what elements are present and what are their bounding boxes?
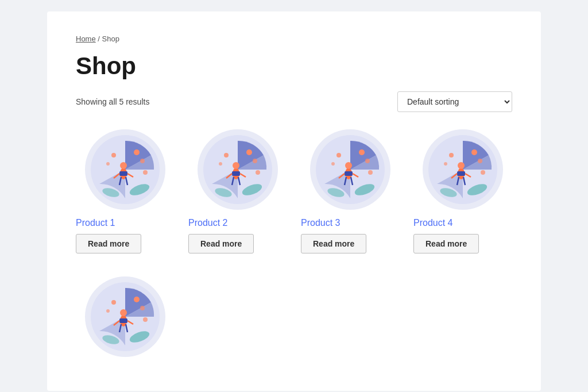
product-image-2	[198, 129, 278, 210]
svg-point-2	[120, 162, 127, 169]
svg-point-39	[365, 159, 370, 163]
svg-point-9	[140, 159, 145, 163]
products-grid-row2	[76, 276, 512, 365]
product-image-wrapper-3	[301, 129, 400, 210]
product-image-4	[423, 129, 503, 210]
svg-point-23	[246, 149, 252, 155]
svg-point-12	[143, 170, 148, 175]
product-image-wrapper-5	[76, 276, 175, 357]
svg-point-53	[471, 149, 477, 155]
svg-point-47	[458, 162, 465, 169]
product-card-5	[76, 276, 175, 365]
product-name-2[interactable]: Product 2	[188, 218, 227, 228]
svg-point-69	[140, 306, 145, 310]
breadcrumb-current: Shop	[102, 34, 119, 43]
svg-point-25	[224, 153, 229, 157]
product-name-3[interactable]: Product 3	[301, 218, 340, 228]
breadcrumb-separator: /	[96, 34, 102, 43]
svg-point-70	[111, 300, 116, 305]
read-more-button-4[interactable]: Read more	[413, 234, 479, 253]
svg-point-68	[134, 297, 140, 302]
svg-rect-18	[232, 171, 240, 176]
svg-point-10	[111, 153, 116, 157]
sort-select[interactable]: Default sorting Sort by popularity Sort …	[397, 91, 512, 112]
product-image-wrapper-2	[188, 129, 287, 210]
svg-point-72	[143, 317, 148, 322]
svg-point-62	[120, 309, 127, 316]
page-wrapper: Home / Shop Shop Showing all 5 results D…	[47, 11, 541, 391]
page-title: Shop	[76, 52, 512, 80]
product-card-3: Product 3 Read more	[301, 129, 400, 253]
svg-point-8	[134, 149, 140, 155]
svg-point-17	[233, 162, 239, 169]
product-card-1: Product 1 Read more	[76, 129, 175, 253]
svg-point-24	[253, 159, 257, 163]
svg-point-26	[219, 162, 222, 166]
svg-rect-63	[119, 318, 127, 323]
svg-point-54	[478, 159, 482, 163]
svg-point-55	[449, 153, 454, 157]
svg-point-71	[106, 309, 110, 313]
shop-toolbar: Showing all 5 results Default sorting So…	[76, 91, 512, 112]
product-name-4[interactable]: Product 4	[413, 218, 452, 228]
product-image-1	[85, 129, 165, 210]
product-image-wrapper-4	[413, 129, 512, 210]
product-name-1[interactable]: Product 1	[76, 218, 115, 228]
product-card-2: Product 2 Read more	[188, 129, 287, 253]
svg-point-11	[106, 162, 110, 166]
breadcrumb-home-link[interactable]: Home	[76, 34, 96, 43]
product-image-3	[310, 129, 390, 210]
svg-point-41	[331, 162, 335, 166]
product-card-4: Product 4 Read more	[413, 129, 512, 253]
svg-rect-33	[345, 171, 353, 176]
svg-point-27	[256, 170, 260, 175]
svg-point-56	[444, 162, 447, 166]
read-more-button-3[interactable]: Read more	[301, 234, 366, 253]
svg-point-42	[368, 170, 373, 175]
svg-point-57	[481, 170, 485, 175]
svg-point-32	[345, 162, 352, 169]
svg-rect-3	[119, 171, 127, 176]
read-more-button-1[interactable]: Read more	[76, 234, 141, 253]
svg-rect-48	[457, 171, 465, 176]
svg-point-38	[359, 149, 365, 155]
breadcrumb: Home / Shop	[76, 34, 512, 43]
product-image-wrapper-1	[76, 129, 175, 210]
read-more-button-2[interactable]: Read more	[188, 234, 254, 253]
svg-point-40	[336, 153, 341, 157]
results-count: Showing all 5 results	[76, 97, 149, 106]
product-image-5	[85, 276, 165, 357]
products-grid-row1: Product 1 Read more	[76, 129, 512, 253]
